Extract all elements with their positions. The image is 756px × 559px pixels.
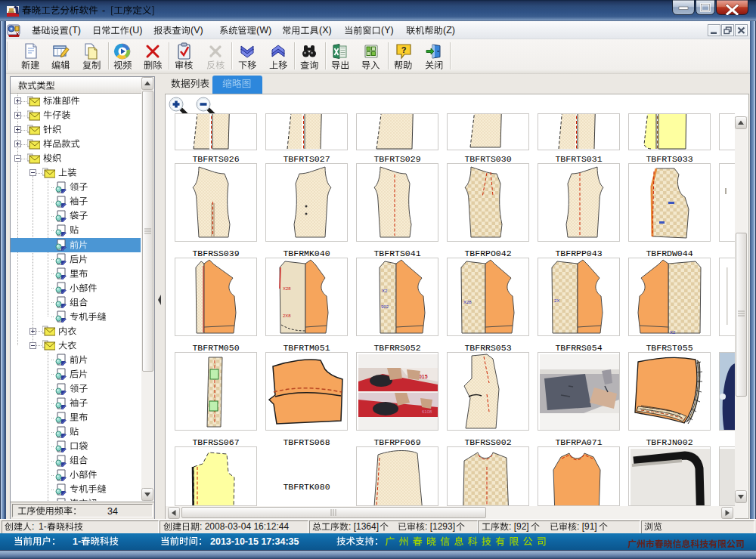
svg-text:2X: 2X [554,298,559,303]
svg-text:X28: X28 [463,300,472,304]
svg-text:X28: X28 [283,286,291,291]
svg-text:?: ? [401,45,406,54]
svg-text:X2: X2 [382,289,388,293]
svg-text:2X8: 2X8 [283,313,291,318]
svg-text:X2: X2 [670,330,676,335]
svg-text:6108: 6108 [422,409,432,414]
svg-text:902: 902 [381,304,389,309]
